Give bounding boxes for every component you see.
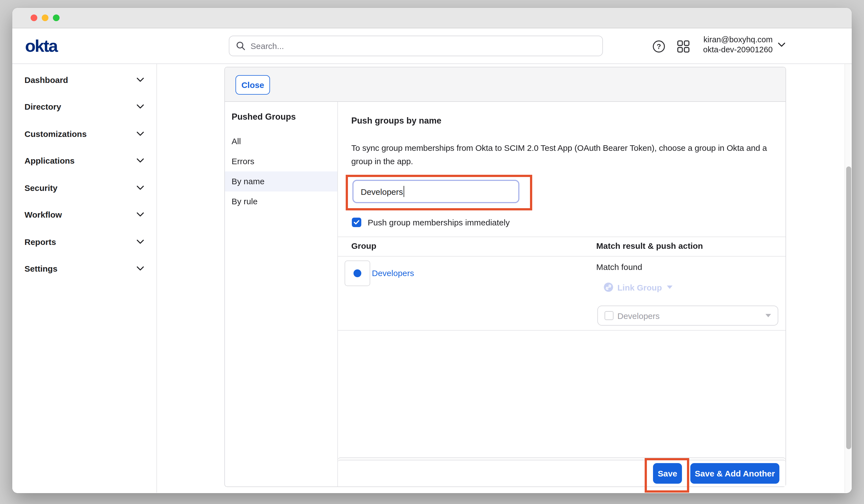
main-sidebar: Dashboard Directory Customizations Appli… [12,64,157,493]
sidebar-item-label: Reports [24,237,56,247]
sidebar-item-label: Directory [24,102,61,111]
global-search[interactable] [229,36,603,56]
dialog-content: Push groups by name To sync group member… [338,102,785,487]
account-org: okta-dev-20901260 [703,45,773,55]
account-email: kiran@boxyhq.com [703,35,773,45]
account-menu[interactable]: kiran@boxyhq.com okta-dev-20901260 [703,35,785,55]
sidebar-item-security[interactable]: Security [12,174,156,201]
window-titlebar[interactable] [12,8,852,28]
column-header-match: Match result & push action [596,241,703,251]
table-row-border [338,330,785,331]
chevron-down-icon [136,77,144,82]
sidebar-item-applications[interactable]: Applications [12,147,156,174]
check-icon [353,220,360,225]
push-immediately-checkbox[interactable] [352,218,361,227]
browser-window: okta ? kiran@boxyhq.com [12,8,852,493]
window-controls [31,14,60,21]
scrollbar[interactable] [844,64,852,493]
app-group-dropdown[interactable]: Developers [597,305,778,326]
okta-logo[interactable]: okta [25,36,57,56]
chevron-down-icon [136,185,144,190]
sidebar-item-directory[interactable]: Directory [12,93,156,120]
sidebar-item-settings[interactable]: Settings [12,255,156,282]
subnav-item-by-name[interactable]: By name [225,171,337,191]
text-cursor [404,186,405,197]
sidebar-item-label: Workflow [24,210,62,219]
pushed-groups-subnav: Pushed Groups All Errors By name By rule [225,102,338,487]
dropdown-checkbox [604,311,613,320]
search-input[interactable] [251,41,596,51]
push-immediately-row: Push group memberships immediately [352,218,510,227]
app-header: okta ? kiran@boxyhq.com [12,28,852,64]
sidebar-item-label: Security [24,183,57,193]
subnav-item-by-rule[interactable]: By rule [225,191,337,212]
link-group-label: Link Group [617,283,662,292]
scrollbar-thumb[interactable] [846,166,851,449]
window-minimize-button[interactable] [42,14,48,21]
dialog-title: Push groups by name [351,116,442,126]
chevron-down-icon [136,158,144,163]
sidebar-item-dashboard[interactable]: Dashboard [12,66,156,93]
table-header-border [338,256,785,256]
chevron-down-icon [136,131,144,136]
sidebar-item-reports[interactable]: Reports [12,228,156,255]
group-name-input-value: Developers [361,187,403,196]
link-icon [603,282,613,292]
dialog-description: To sync group memberships from Okta to S… [351,141,787,168]
sidebar-item-label: Applications [24,156,75,166]
push-immediately-label: Push group memberships immediately [368,218,510,227]
dialog-header: Close [225,67,785,102]
window-close-button[interactable] [31,14,37,21]
dropdown-value: Developers [617,311,766,320]
group-name-link[interactable]: Developers [372,268,414,278]
column-header-group: Group [351,241,376,251]
account-info: kiran@boxyhq.com okta-dev-20901260 [703,35,773,55]
sidebar-item-label: Settings [24,264,57,274]
app-body: Dashboard Directory Customizations Appli… [12,64,852,493]
chevron-down-icon [136,239,144,244]
chevron-down-icon [136,212,144,217]
group-icon [353,269,361,277]
push-groups-dialog: Close Pushed Groups All Errors By name B… [224,67,786,487]
caret-down-icon [667,286,672,289]
sidebar-item-workflow[interactable]: Workflow [12,201,156,228]
sidebar-item-label: Customizations [24,129,86,139]
dialog-footer: Save Save & Add Another [338,460,785,487]
subnav-title: Pushed Groups [231,112,296,122]
subnav-item-all[interactable]: All [225,131,337,152]
chevron-down-icon [778,42,785,47]
save-add-another-button[interactable]: Save & Add Another [690,463,779,484]
help-icon[interactable]: ? [652,40,665,53]
apps-grid-icon[interactable] [677,40,690,53]
save-button[interactable]: Save [653,463,682,484]
search-icon [236,41,245,51]
sidebar-item-customizations[interactable]: Customizations [12,120,156,147]
table-top-border [338,237,785,237]
svg-text:?: ? [657,42,661,51]
match-status-text: Match found [596,262,642,272]
sidebar-item-label: Dashboard [24,75,68,85]
group-icon-card [345,261,370,286]
chevron-down-icon [136,266,144,271]
link-group-button[interactable]: Link Group [603,282,672,292]
window-zoom-button[interactable] [53,14,60,21]
subnav-item-errors[interactable]: Errors [225,152,337,171]
group-name-input[interactable]: Developers [352,180,519,203]
close-button[interactable]: Close [236,75,270,95]
chevron-down-icon [136,104,144,109]
caret-down-icon [766,314,771,317]
